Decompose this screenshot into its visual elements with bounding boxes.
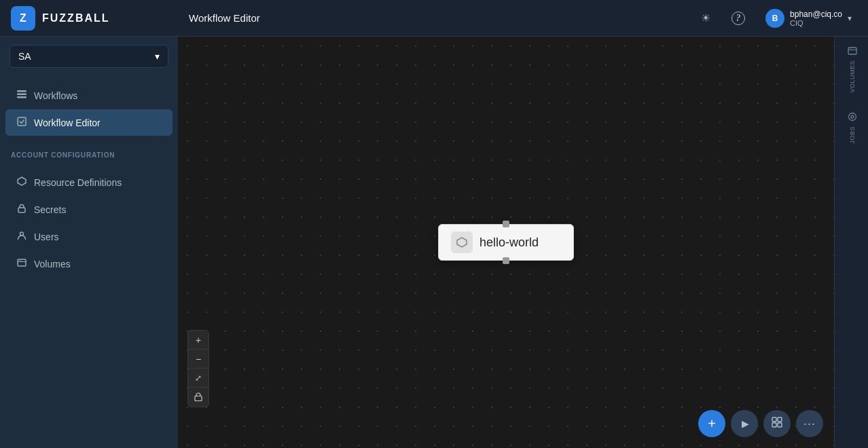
zoom-out-button[interactable]: − [188,350,209,369]
fit-to-screen-button[interactable]: ⤢ [188,369,209,388]
sidebar: SA ▾ Workflows Workflow Editor ACCOUNT C… [0,37,178,448]
lock-icon [194,392,202,403]
zoom-in-icon: + [196,335,201,346]
svg-marker-4 [18,177,26,185]
workflow-canvas[interactable]: hello-world + − ⤢ + [178,37,834,448]
workflow-node[interactable]: hello-world [438,224,574,261]
sidebar-item-workflow-editor[interactable]: Workflow Editor [5,109,173,136]
user-menu[interactable]: B bphan@ciq.co CIQ ▾ [760,6,857,31]
zoom-in-button[interactable]: + [188,331,209,350]
svg-point-17 [850,48,850,49]
bottom-actions: + ▶ ··· [698,410,823,437]
topbar-actions: ☀ ? B bphan@ciq.co CIQ ▾ [695,6,857,31]
workspace-label: SA [18,51,31,62]
logo-area: Z FUZZBALL [11,6,189,31]
svg-point-9 [21,260,22,261]
sidebar-item-secrets[interactable]: Secrets [5,196,173,223]
more-options-button[interactable]: ··· [796,410,823,437]
user-info: bphan@ciq.co CIQ [790,10,842,27]
svg-point-20 [851,115,854,118]
zoom-controls: + − ⤢ [187,330,209,407]
svg-rect-2 [17,96,26,98]
right-panel-volumes-label: Volumes [849,60,856,93]
sidebar-item-label: Resource Definitions [34,177,122,188]
svg-point-8 [19,260,20,261]
sun-icon-button[interactable]: ☀ [695,7,717,29]
page-title: Workflow Editor [189,12,695,24]
svg-rect-0 [17,90,26,92]
svg-rect-14 [772,423,776,427]
run-workflow-button[interactable]: ▶ [731,410,758,437]
svg-marker-10 [457,238,467,247]
workspace-selector[interactable]: SA ▾ [10,45,168,68]
sidebar-item-resource-definitions[interactable]: Resource Definitions [5,169,173,195]
help-icon: ? [731,12,745,25]
sun-icon: ☀ [701,12,710,24]
volumes-right-icon [848,46,857,58]
svg-rect-11 [195,396,202,400]
svg-rect-16 [848,48,856,54]
logo-icon: Z [11,6,35,31]
workflow-editor-icon [16,116,27,129]
svg-point-19 [849,113,856,120]
users-icon [16,230,27,243]
secrets-icon [16,203,27,216]
sidebar-item-volumes[interactable]: Volumes [5,250,173,277]
workflows-icon [16,89,27,102]
grid-view-button[interactable] [763,410,791,437]
lock-button[interactable] [188,388,209,407]
node-label: hello-world [480,236,539,250]
section-label-account-config: ACCOUNT CONFIGURATION [0,142,178,163]
node-handle-top[interactable] [503,221,509,227]
fit-icon: ⤢ [195,373,202,383]
help-icon-button[interactable]: ? [727,7,749,29]
chevron-down-icon: ▾ [848,14,852,23]
sidebar-item-label: Users [34,231,59,242]
play-icon: ▶ [742,418,749,429]
logo-text: FUZZBALL [42,12,110,24]
sidebar-item-workflows[interactable]: Workflows [5,82,173,109]
node-handle-bottom[interactable] [503,257,509,264]
sidebar-item-label: Secrets [34,204,66,215]
avatar: B [765,9,784,28]
right-panel-jobs[interactable]: Jobs [835,102,868,153]
node-icon [451,231,473,253]
user-email: bphan@ciq.co [790,10,842,19]
right-panel-volumes[interactable]: Volumes [835,37,868,102]
svg-rect-13 [778,417,782,422]
jobs-right-icon [848,112,857,124]
add-icon: + [708,416,716,432]
right-panel: Volumes Jobs [834,37,868,448]
main-layout: SA ▾ Workflows Workflow Editor ACCOUNT C… [0,37,868,448]
right-panel-jobs-label: Jobs [849,126,856,144]
svg-rect-15 [778,423,782,427]
svg-rect-1 [17,94,26,96]
resource-definitions-icon [16,176,27,189]
volumes-icon [16,257,27,270]
svg-point-18 [851,48,852,49]
more-icon: ··· [803,417,816,430]
svg-rect-12 [772,417,776,422]
sidebar-item-label: Workflow Editor [34,117,101,128]
grid-icon [772,417,782,430]
dropdown-chevron-icon: ▾ [155,51,160,62]
sidebar-item-label: Workflows [34,90,77,101]
sidebar-config-nav: Resource Definitions Secrets Users Volum… [0,163,178,283]
sidebar-nav: Workflows Workflow Editor [0,76,178,142]
svg-rect-5 [18,208,25,212]
add-node-button[interactable]: + [698,410,725,437]
svg-rect-3 [18,117,26,126]
sidebar-item-label: Volumes [34,259,71,269]
zoom-out-icon: − [196,354,201,365]
user-org: CIQ [790,19,842,27]
sidebar-item-users[interactable]: Users [5,223,173,250]
topbar: Z FUZZBALL Workflow Editor ☀ ? B bphan@c… [0,0,868,37]
